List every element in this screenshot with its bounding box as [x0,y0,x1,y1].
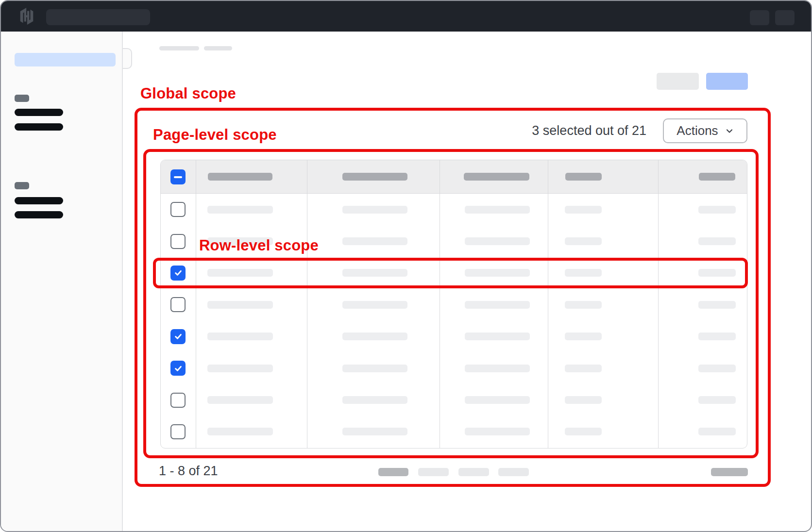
pagination-page-placeholder[interactable] [418,468,449,476]
cell-placeholder [565,301,602,309]
cell-placeholder [342,206,407,214]
sidebar-active-item[interactable] [15,53,116,66]
column-header-placeholder [699,173,735,181]
column-divider [440,160,440,448]
cell-placeholder [565,365,602,372]
sidebar-item-placeholder[interactable] [15,109,63,116]
cell-placeholder [565,237,602,245]
cell-placeholder [465,332,530,340]
cell-placeholder [342,269,407,277]
column-divider [196,160,196,448]
pagination-page-placeholder[interactable] [458,468,489,476]
cell-placeholder [465,396,530,404]
actions-button-label: Actions [677,123,718,138]
table-row [161,384,747,416]
cell-placeholder [465,269,530,277]
cell-placeholder [698,237,736,245]
pagination-size-placeholder[interactable] [711,468,748,476]
cell-placeholder [698,396,736,404]
sidebar-item-placeholder[interactable] [15,211,63,218]
cell-placeholder [465,301,530,309]
select-all-checkbox[interactable] [170,169,186,184]
cell-placeholder [465,206,530,214]
cell-placeholder [698,428,736,435]
row-checkbox[interactable] [170,234,186,249]
table-row [161,257,747,289]
cell-placeholder [207,269,273,277]
row-checkbox[interactable] [170,361,186,376]
column-header-placeholder [208,173,272,181]
table-row [161,416,747,448]
check-icon [174,268,183,277]
cell-placeholder [207,206,273,214]
chevron-down-icon [725,127,734,135]
breadcrumb-placeholder[interactable] [204,46,232,50]
topbar [1,1,811,32]
cell-placeholder [342,396,407,404]
row-checkbox[interactable] [170,297,186,312]
cell-placeholder [207,428,273,435]
pagination-range-label: 1 - 8 of 21 [159,464,218,478]
pagination-page-placeholder[interactable] [378,468,408,476]
topbar-button-placeholder[interactable] [750,10,769,25]
sidebar-toggle-tab[interactable] [123,48,132,69]
check-icon [174,332,183,341]
cell-placeholder [342,428,407,435]
row-scope-label: Row-level scope [199,237,319,254]
cell-placeholder [465,365,530,372]
table-row [161,289,747,320]
sidebar [1,32,123,531]
cell-placeholder [207,332,273,340]
cell-placeholder [565,428,602,435]
column-header-placeholder [464,173,529,181]
column-divider [548,160,548,448]
sidebar-section-label-placeholder [15,182,29,189]
actions-button[interactable]: Actions [663,118,747,143]
cell-placeholder [207,365,273,372]
sidebar-item-placeholder[interactable] [15,197,63,204]
column-header-placeholder [565,173,602,181]
hashicorp-logo-icon [18,7,35,25]
row-checkbox[interactable] [170,393,186,408]
pagination-page-placeholder[interactable] [498,468,529,476]
selection-summary: 3 selected out of 21 [487,118,646,143]
cell-placeholder [465,428,530,435]
sidebar-section-label-placeholder [15,95,29,102]
cell-placeholder [565,206,602,214]
table-row [161,321,747,352]
cell-placeholder [342,332,407,340]
cell-placeholder [207,396,273,404]
row-checkbox[interactable] [170,424,186,439]
app-window: Global scope Page-level scope 3 selected… [0,0,812,532]
cell-placeholder [207,301,273,309]
cell-placeholder [565,269,602,277]
data-table [160,160,747,449]
cell-placeholder [465,237,530,245]
column-header-placeholder [342,173,407,181]
cell-placeholder [698,365,736,372]
table-body [161,194,747,448]
cell-placeholder [342,301,407,309]
cell-placeholder [342,365,407,372]
table-row [161,194,747,225]
row-checkbox[interactable] [170,266,186,281]
page-scope-label: Page-level scope [153,127,277,143]
primary-button-placeholder[interactable] [706,73,748,90]
cell-placeholder [698,206,736,214]
search-placeholder[interactable] [46,9,150,25]
row-checkbox[interactable] [170,202,186,217]
cell-placeholder [342,237,407,245]
cell-placeholder [565,332,602,340]
check-icon [174,364,183,373]
secondary-button-placeholder[interactable] [657,73,699,90]
cell-placeholder [698,269,736,277]
row-checkbox[interactable] [170,329,186,344]
breadcrumb-placeholder[interactable] [159,46,199,50]
column-divider [307,160,307,448]
topbar-button-placeholder[interactable] [775,10,795,25]
global-scope-label: Global scope [140,85,236,102]
table-row [161,352,747,384]
cell-placeholder [565,396,602,404]
sidebar-item-placeholder[interactable] [15,123,63,131]
column-divider [658,160,659,448]
